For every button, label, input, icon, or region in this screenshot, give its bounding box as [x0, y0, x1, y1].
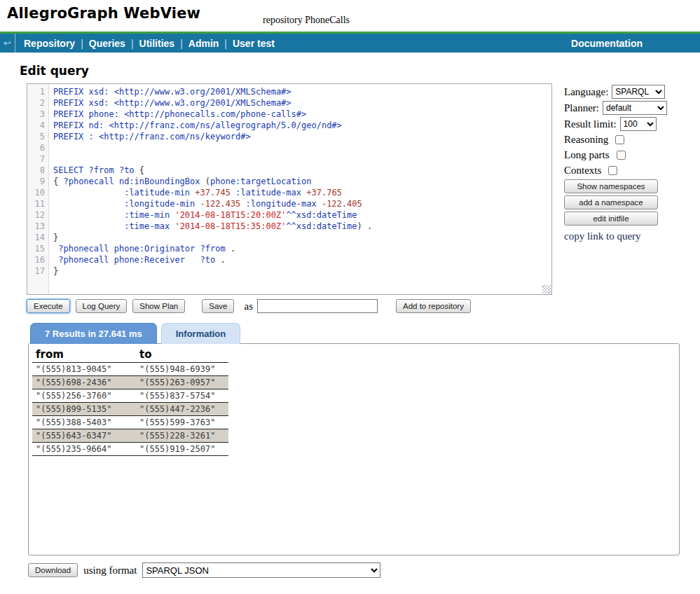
app-header: AllegroGraph WebView repository PhoneCal…	[0, 0, 700, 32]
code-line: PREFIX xsd: <http://www.w3.org/2001/XMLS…	[53, 97, 551, 109]
results-table: fromto "(555)813-9045""(555)948-6939""(5…	[32, 347, 228, 456]
editor-gutter: 1234567891011121314151617	[27, 84, 49, 294]
line-number: 6	[27, 142, 45, 153]
query-editor[interactable]: 1234567891011121314151617 PREFIX xsd: <h…	[27, 83, 552, 295]
column-header-from: from	[32, 347, 136, 363]
editor-code[interactable]: PREFIX xsd: <http://www.w3.org/2001/XMLS…	[49, 84, 551, 294]
nav-item-utilities[interactable]: Utilities	[134, 38, 181, 49]
result-limit-row: Result limit: 100	[564, 117, 687, 131]
line-number: 16	[27, 254, 45, 265]
planner-row: Planner: default	[564, 101, 687, 115]
checkbox-long-parts[interactable]	[617, 151, 626, 160]
add-a-namespace-button[interactable]: add a namespace	[564, 195, 658, 209]
code-line: :latitude-min +37.745 :latitude-max +37.…	[53, 187, 551, 198]
result-cell: "(555)698-2436"	[32, 376, 136, 389]
checkbox-reasoning[interactable]	[615, 135, 624, 144]
nav-item-admin[interactable]: Admin	[183, 38, 225, 49]
nav-item-documentation[interactable]: Documentation	[565, 38, 648, 49]
result-cell: "(555)599-3763"	[136, 416, 228, 429]
language-select[interactable]: SPARQL	[612, 85, 665, 99]
code-token	[53, 221, 124, 231]
result-cell: "(555)447-2236"	[136, 403, 228, 416]
namespace-buttons: Show namespacesadd a namespaceedit initf…	[564, 179, 687, 226]
line-number: 11	[27, 198, 45, 209]
download-button[interactable]: Download	[28, 563, 78, 577]
checkbox-contexts[interactable]	[608, 166, 617, 175]
code-token: PREFIX xsd: <http://www.w3.org/2001/XMLS…	[53, 98, 291, 108]
save-name-input[interactable]	[257, 299, 378, 313]
line-number: 10	[27, 187, 45, 198]
nav-item-repository[interactable]: Repository	[18, 38, 81, 49]
planner-select[interactable]: default	[603, 101, 667, 115]
result-cell: "(555)228-3261"	[136, 429, 228, 443]
repository-label: repository	[263, 15, 303, 25]
code-token	[53, 188, 124, 198]
result-cell: "(555)235-9664"	[32, 443, 136, 456]
code-line: :time-min '2014-08-18T15:20:00Z'^^xsd:da…	[53, 209, 551, 221]
code-token: :time-min	[124, 210, 174, 220]
result-cell: "(555)837-5754"	[136, 389, 228, 403]
code-line	[53, 142, 551, 153]
results-panel: fromto "(555)813-9045""(555)948-6939""(5…	[28, 343, 680, 555]
result-cell: "(555)899-5135"	[32, 403, 136, 416]
code-token: -122.405	[322, 199, 362, 209]
code-line: PREFIX nd: <http://franz.com/ns/allegrog…	[53, 120, 551, 131]
code-token	[53, 210, 124, 220]
result-row: "(555)256-3760""(555)837-5754"	[32, 389, 228, 403]
add-to-repository-button[interactable]: Add to repository	[396, 299, 471, 313]
code-token: phone:targetLocation	[210, 177, 312, 186]
result-limit-label: Result limit:	[564, 118, 617, 130]
save-button[interactable]: Save	[202, 299, 234, 313]
show-namespaces-button[interactable]: Show namespaces	[564, 179, 658, 193]
edit-initfile-button[interactable]: edit initfile	[564, 212, 658, 226]
code-token: .	[220, 255, 225, 265]
show-plan-button[interactable]: Show Plan	[132, 299, 185, 313]
code-token: .	[231, 244, 235, 254]
editor-resize-handle[interactable]	[542, 285, 551, 293]
code-line	[53, 153, 551, 165]
tab-information[interactable]: Information	[161, 323, 241, 344]
line-number: 3	[27, 109, 45, 120]
code-token: :latitude-max	[231, 188, 306, 198]
code-line: ?phonecall phone:Receiver ?to .	[53, 254, 551, 265]
result-row: "(555)643-6347""(555)228-3261"	[32, 429, 228, 443]
result-limit-select[interactable]: 100	[620, 117, 657, 131]
query-workspace: 1234567891011121314151617 PREFIX xsd: <h…	[27, 83, 700, 295]
result-cell: "(555)263-0957"	[136, 376, 228, 389]
nav-item-queries[interactable]: Queries	[83, 38, 131, 49]
result-row: "(555)813-9045""(555)948-6939"	[32, 363, 228, 376]
results-tabs: 7 Results in 27.641 msInformation	[30, 323, 700, 344]
back-arrow-icon[interactable]: ↩	[0, 34, 15, 53]
code-token: +37.745	[195, 188, 231, 198]
line-number: 7	[27, 153, 45, 165]
line-number: 14	[27, 232, 45, 243]
execute-button[interactable]: Execute	[27, 299, 70, 313]
code-token: :latitude-min	[124, 188, 195, 198]
log-query-button[interactable]: Log Query	[76, 299, 128, 313]
results-body: "(555)813-9045""(555)948-6939""(555)698-…	[32, 363, 228, 456]
line-number: 12	[27, 209, 45, 221]
repository-name: PhoneCalls	[305, 15, 350, 25]
result-row: "(555)388-5403""(555)599-3763"	[32, 416, 228, 429]
app-title: AllegroGraph WebView	[7, 5, 200, 22]
tab-7-results-in-27-641-ms[interactable]: 7 Results in 27.641 ms	[30, 323, 157, 344]
result-row: "(555)698-2436""(555)263-0957"	[32, 376, 228, 389]
nav-item-user-test[interactable]: User test	[227, 38, 280, 49]
option-label: Long parts	[564, 149, 610, 161]
option-label: Contexts	[564, 165, 601, 177]
code-token: PREFIX : <http://franz.com/ns/keyword#>	[53, 132, 251, 141]
code-token: PREFIX nd: <http://franz.com/ns/allegrog…	[53, 120, 342, 130]
code-token: {	[139, 165, 144, 175]
language-label: Language:	[564, 86, 608, 98]
option-contexts: Contexts	[564, 164, 687, 177]
copy-link-to-query[interactable]: copy link to query	[564, 230, 687, 242]
code-token: :longitude-max	[240, 199, 322, 209]
main-nav: ↩ Repository|Queries|Utilities|Admin|Use…	[0, 34, 700, 53]
code-token: PREFIX xsd: <http://www.w3.org/2001/XMLS…	[53, 87, 291, 97]
code-token: -122.435	[200, 199, 241, 209]
option-label: Reasoning	[564, 134, 608, 146]
line-number: 2	[27, 97, 45, 109]
format-select[interactable]: SPARQL JSON	[142, 562, 380, 578]
result-cell: "(555)813-9045"	[32, 363, 136, 376]
code-token: :longitude-min	[124, 199, 200, 209]
